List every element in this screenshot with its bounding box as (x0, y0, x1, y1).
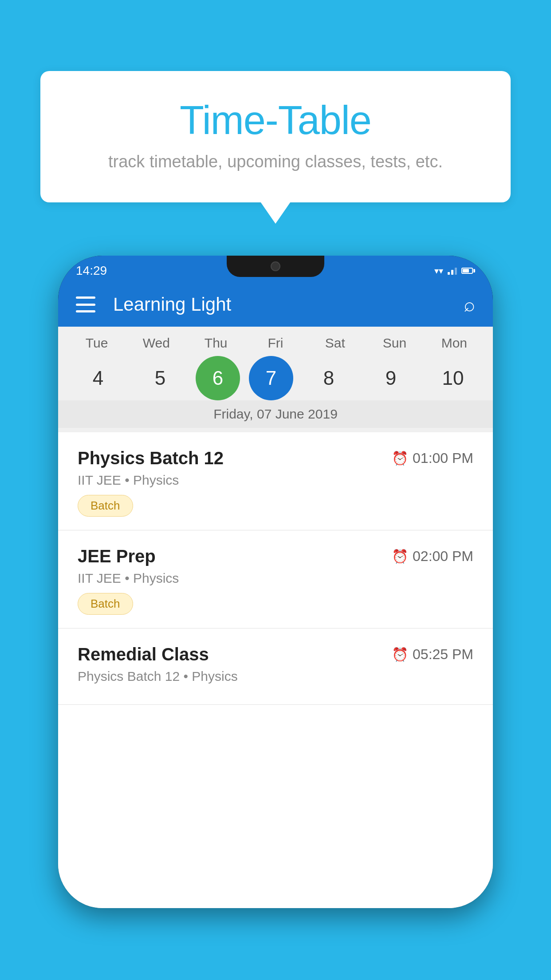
phone-mockup: 14:29 ▾▾ (58, 256, 493, 908)
day-label-wed: Wed (130, 336, 183, 351)
signal-icon (448, 267, 457, 275)
class-name-2: JEE Prep (78, 546, 156, 566)
class-time-3: ⏰ 05:25 PM (392, 646, 473, 663)
batch-badge-1: Batch (78, 495, 133, 517)
status-time: 14:29 (76, 264, 107, 278)
day-9[interactable]: 9 (364, 356, 417, 400)
day-5[interactable]: 5 (134, 356, 187, 400)
calendar-strip: Tue Wed Thu Fri Sat Sun Mon 4 5 6 7 8 9 … (58, 327, 493, 432)
clock-icon-3: ⏰ (392, 647, 408, 662)
search-button[interactable]: ⌕ (464, 293, 475, 316)
clock-icon-1: ⏰ (392, 450, 408, 466)
day-label-tue: Tue (70, 336, 123, 351)
class-item-physics-batch-12[interactable]: Physics Batch 12 ⏰ 01:00 PM IIT JEE • Ph… (58, 432, 493, 530)
day-10[interactable]: 10 (426, 356, 480, 400)
day-label-mon: Mon (428, 336, 481, 351)
tooltip-title: Time-Table (76, 98, 475, 143)
class-name-3: Remedial Class (78, 644, 209, 664)
day-7-selected[interactable]: 7 (249, 356, 293, 400)
clock-icon-2: ⏰ (392, 549, 408, 564)
class-time-1: ⏰ 01:00 PM (392, 450, 473, 466)
class-name-1: Physics Batch 12 (78, 448, 224, 468)
class-item-header-2: JEE Prep ⏰ 02:00 PM (78, 546, 473, 566)
class-subject-1: IIT JEE • Physics (78, 473, 473, 488)
menu-button[interactable] (76, 296, 95, 312)
tooltip-card: Time-Table track timetable, upcoming cla… (40, 71, 511, 202)
app-title: Learning Light (113, 294, 464, 315)
status-icons: ▾▾ (434, 265, 475, 276)
battery-icon (461, 268, 475, 274)
day-8[interactable]: 8 (302, 356, 355, 400)
day-4[interactable]: 4 (71, 356, 125, 400)
wifi-icon: ▾▾ (434, 265, 443, 276)
selected-date: Friday, 07 June 2019 (58, 400, 493, 428)
tooltip-subtitle: track timetable, upcoming classes, tests… (76, 152, 475, 171)
phone-notch (227, 256, 324, 277)
day-label-thu: Thu (189, 336, 243, 351)
class-subject-2: IIT JEE • Physics (78, 571, 473, 586)
class-subject-3: Physics Batch 12 • Physics (78, 669, 473, 684)
phone-frame: 14:29 ▾▾ (58, 256, 493, 908)
class-list: Physics Batch 12 ⏰ 01:00 PM IIT JEE • Ph… (58, 432, 493, 908)
app-bar: Learning Light ⌕ (58, 282, 493, 327)
camera-dot (271, 261, 280, 271)
batch-badge-2: Batch (78, 593, 133, 615)
class-item-header-1: Physics Batch 12 ⏰ 01:00 PM (78, 448, 473, 468)
class-item-jee-prep[interactable]: JEE Prep ⏰ 02:00 PM IIT JEE • Physics Ba… (58, 530, 493, 628)
day-label-fri: Fri (249, 336, 302, 351)
day-labels: Tue Wed Thu Fri Sat Sun Mon (58, 336, 493, 351)
screen-content: Tue Wed Thu Fri Sat Sun Mon 4 5 6 7 8 9 … (58, 327, 493, 908)
class-time-2: ⏰ 02:00 PM (392, 548, 473, 565)
class-item-remedial[interactable]: Remedial Class ⏰ 05:25 PM Physics Batch … (58, 628, 493, 705)
day-6-today[interactable]: 6 (196, 356, 240, 400)
day-label-sun: Sun (368, 336, 421, 351)
day-numbers: 4 5 6 7 8 9 10 (58, 356, 493, 400)
class-item-header-3: Remedial Class ⏰ 05:25 PM (78, 644, 473, 664)
day-label-sat: Sat (308, 336, 362, 351)
